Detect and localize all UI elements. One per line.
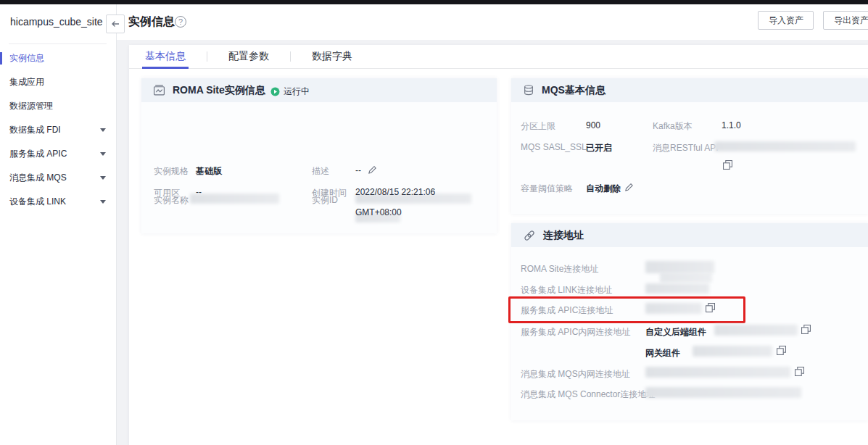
custom-backend-address-redacted bbox=[714, 325, 798, 336]
link-icon bbox=[523, 229, 536, 242]
database-icon bbox=[523, 84, 534, 96]
sasl-ssl-value: 已开启 bbox=[586, 142, 612, 154]
sidebar-menu: 实例信息 集成应用 数据源管理 数据集成 FDI 服务集成 APIC 消息集成 … bbox=[0, 46, 116, 214]
az-label: 可用区 bbox=[154, 187, 180, 199]
tab-data-dictionary[interactable]: 数据字典 bbox=[310, 45, 354, 69]
custom-backend-label: 自定义后端组件 bbox=[645, 326, 706, 338]
tab-separator bbox=[207, 51, 207, 62]
restful-api-label: 消息RESTful API bbox=[653, 142, 719, 154]
sidebar-item-instance-info[interactable]: 实例信息 bbox=[0, 46, 116, 70]
sasl-ssl-label: MQS SASL_SSL bbox=[521, 142, 587, 152]
chevron-down-icon bbox=[100, 152, 106, 156]
apic-address-redacted bbox=[645, 303, 702, 314]
created-time-timezone: GMT+08:00 bbox=[355, 207, 402, 217]
sidebar-item-datasource-mgmt[interactable]: 数据源管理 bbox=[0, 94, 116, 118]
gateway-address-redacted bbox=[693, 346, 772, 357]
partition-limit-value: 900 bbox=[586, 120, 600, 130]
mqs-internal-address-redacted bbox=[645, 367, 790, 378]
copy-icon[interactable] bbox=[723, 160, 732, 170]
back-button[interactable] bbox=[106, 14, 125, 33]
kafka-version-value: 1.1.0 bbox=[722, 120, 741, 130]
description-value: -- bbox=[355, 165, 361, 175]
sidebar-item-integration-apps[interactable]: 集成应用 bbox=[0, 70, 116, 94]
sidebar: hicampus_cube_site 实例信息 集成应用 数据源管理 数据集成 … bbox=[0, 4, 117, 445]
link-address-redacted bbox=[645, 283, 709, 294]
running-status-icon bbox=[270, 87, 280, 96]
status-text: 运行中 bbox=[284, 86, 310, 98]
tab-config-params[interactable]: 配置参数 bbox=[227, 45, 270, 69]
partition-limit-label: 分区上限 bbox=[521, 120, 555, 133]
copy-apic-address-icon[interactable] bbox=[706, 303, 715, 312]
sidebar-instance-title: hicampus_cube_site bbox=[10, 16, 103, 28]
capacity-policy-value: 自动删除 bbox=[586, 183, 621, 195]
kafka-version-label: Kafka版本 bbox=[653, 120, 693, 133]
sidebar-item-apic[interactable]: 服务集成 APIC bbox=[0, 142, 116, 166]
import-assets-button[interactable]: 导入资产 bbox=[758, 11, 814, 30]
page-title: 实例信息 bbox=[128, 14, 175, 30]
mqs-panel-title: MQS基本信息 bbox=[542, 84, 605, 97]
mqs-internal-address-label: 消息集成 MQS内网连接地址 bbox=[521, 368, 630, 380]
created-time-label: 创建时间 bbox=[312, 187, 347, 199]
instance-card-icon bbox=[153, 84, 165, 96]
mqs-panel: MQS基本信息 分区上限 900 Kafka版本 1.1.0 MQS SASL_… bbox=[511, 78, 868, 214]
copy-mqs-internal-address-icon[interactable] bbox=[795, 367, 804, 376]
roma-site-address-redacted bbox=[660, 273, 712, 283]
sidebar-item-label: 服务集成 APIC bbox=[9, 149, 67, 159]
sidebar-item-link[interactable]: 设备集成 LINK bbox=[0, 190, 116, 214]
created-time-value: 2022/08/15 22:21:06 bbox=[355, 187, 435, 197]
sidebar-item-fdi[interactable]: 数据集成 FDI bbox=[0, 118, 116, 142]
sidebar-item-label: 设备集成 LINK bbox=[9, 196, 66, 207]
edit-capacity-policy-icon[interactable] bbox=[624, 183, 634, 192]
roma-site-panel-title: ROMA Site实例信息 bbox=[173, 84, 265, 97]
apic-internal-address-label: 服务集成 APIC内网连接地址 bbox=[521, 326, 630, 338]
restful-api-value-redacted bbox=[714, 141, 856, 151]
edit-description-icon[interactable] bbox=[368, 165, 377, 175]
tab-bar: 基本信息 配置参数 数据字典 bbox=[129, 45, 868, 69]
sidebar-divider bbox=[9, 43, 107, 44]
mqs-connector-address-label: 消息集成 MQS Connector连接地址 bbox=[521, 388, 655, 401]
mqs-panel-header: MQS基本信息 bbox=[511, 78, 868, 102]
copy-custom-backend-icon[interactable] bbox=[801, 325, 811, 334]
roma-site-panel-header: ROMA Site实例信息 运行中 bbox=[141, 78, 497, 102]
link-address-label: 设备集成 LINK连接地址 bbox=[521, 284, 612, 296]
description-label: 描述 bbox=[312, 165, 329, 178]
instance-info-card: 基本信息 配置参数 数据字典 ROMA Site实例信息 bbox=[129, 45, 868, 445]
apic-address-label: 服务集成 APIC连接地址 bbox=[521, 304, 613, 317]
roma-site-panel: ROMA Site实例信息 运行中 实例名称 实例ID 实例规格 基础版 bbox=[141, 78, 497, 233]
copy-gateway-address-icon[interactable] bbox=[777, 346, 786, 355]
help-icon[interactable]: ? bbox=[175, 16, 186, 28]
sidebar-item-label: 消息集成 MQS bbox=[9, 172, 67, 183]
gateway-component-label: 网关组件 bbox=[645, 347, 680, 359]
connection-panel-header: 连接地址 bbox=[511, 223, 868, 247]
instance-status: 运行中 bbox=[270, 86, 310, 98]
tab-basic-info[interactable]: 基本信息 bbox=[144, 45, 187, 69]
chevron-down-icon bbox=[100, 200, 106, 204]
mqs-connector-address-redacted bbox=[645, 387, 801, 398]
connection-panel-title: 连接地址 bbox=[543, 229, 584, 242]
roma-site-address-label: ROMA Site连接地址 bbox=[521, 263, 598, 275]
chevron-down-icon bbox=[100, 176, 106, 180]
spec-label: 实例规格 bbox=[154, 165, 189, 178]
arrow-left-icon bbox=[110, 19, 120, 29]
chevron-down-icon bbox=[100, 128, 106, 132]
page-header: 实例信息 ? 导入资产 导出资产 bbox=[117, 4, 868, 40]
capacity-policy-label: 容量阈值策略 bbox=[521, 183, 573, 195]
screen: hicampus_cube_site 实例信息 集成应用 数据源管理 数据集成 … bbox=[0, 0, 868, 445]
tab-separator bbox=[290, 51, 291, 62]
sidebar-item-label: 数据集成 FDI bbox=[9, 125, 61, 135]
export-assets-button[interactable]: 导出资产 bbox=[823, 11, 868, 30]
connection-address-panel: 连接地址 ROMA Site连接地址 设备集成 LINK连接地址 服务集成 AP… bbox=[511, 223, 868, 420]
instance-name-value-redacted bbox=[190, 194, 279, 204]
az-value: -- bbox=[196, 187, 202, 197]
roma-site-address-redacted bbox=[645, 261, 714, 273]
spec-value: 基础版 bbox=[196, 165, 222, 178]
content-area: 基本信息 配置参数 数据字典 ROMA Site实例信息 bbox=[117, 40, 868, 445]
sidebar-item-mqs[interactable]: 消息集成 MQS bbox=[0, 166, 116, 190]
